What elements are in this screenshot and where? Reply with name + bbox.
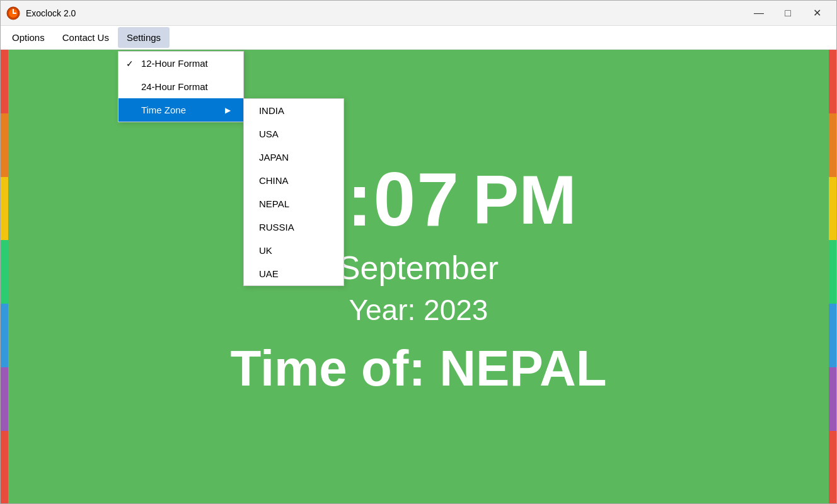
- tz-usa[interactable]: USA: [244, 122, 343, 146]
- format-12-item[interactable]: ✓ 12-Hour Format: [118, 52, 243, 75]
- app-title: Exoclock 2.0: [26, 8, 76, 18]
- ampm-indicator: PM: [473, 159, 577, 239]
- settings-dropdown: ✓ 12-Hour Format 24-Hour Format Time Zon…: [118, 51, 244, 122]
- menu-options[interactable]: Options: [3, 27, 54, 48]
- title-bar-controls: — □ ✕: [744, 3, 831, 23]
- menu-contact[interactable]: Contact Us: [54, 27, 118, 48]
- timezone-label: Time Zone: [141, 105, 186, 115]
- side-bar-left: [1, 50, 8, 503]
- menu-settings-label: Settings: [127, 32, 161, 43]
- year-display: Year: 2023: [349, 293, 488, 327]
- timezone-submenu: INDIA USA JAPAN CHINA NEPAL RUSSIA UK UA…: [243, 98, 344, 286]
- tz-japan[interactable]: JAPAN: [244, 146, 343, 169]
- month-label: September: [338, 249, 499, 286]
- format-24-item[interactable]: 24-Hour Format: [118, 75, 243, 98]
- minimize-button[interactable]: —: [744, 3, 773, 23]
- tz-india[interactable]: INDIA: [244, 99, 343, 122]
- format-12-label: 12-Hour Format: [141, 58, 208, 69]
- app-window: Exoclock 2.0 — □ ✕ Options Contact Us Se…: [0, 0, 837, 504]
- format-24-label: 24-Hour Format: [141, 81, 208, 92]
- date-display: September: [338, 249, 499, 287]
- title-bar-left: Exoclock 2.0: [6, 6, 76, 21]
- submenu-arrow-icon: ▶: [225, 106, 231, 115]
- tz-uae[interactable]: UAE: [244, 262, 343, 285]
- menu-bar: Options Contact Us Settings ✓ 12-Hour Fo…: [1, 26, 836, 50]
- app-icon: [6, 6, 21, 21]
- tz-nepal[interactable]: NEPAL: [244, 192, 343, 215]
- menu-settings[interactable]: Settings ✓ 12-Hour Format 24-Hour Format…: [118, 27, 170, 48]
- maximize-button[interactable]: □: [773, 3, 802, 23]
- tz-uk[interactable]: UK: [244, 239, 343, 262]
- side-bar-right: [829, 50, 836, 503]
- title-bar: Exoclock 2.0 — □ ✕: [1, 1, 836, 26]
- tz-russia[interactable]: RUSSIA: [244, 215, 343, 239]
- checkmark-icon: ✓: [126, 59, 134, 69]
- close-button[interactable]: ✕: [802, 3, 831, 23]
- timezone-item[interactable]: Time Zone ▶ INDIA USA JAPAN CHINA NEPAL …: [118, 98, 243, 122]
- tz-china[interactable]: CHINA: [244, 169, 343, 192]
- timezone-display: Time of: NEPAL: [230, 340, 606, 398]
